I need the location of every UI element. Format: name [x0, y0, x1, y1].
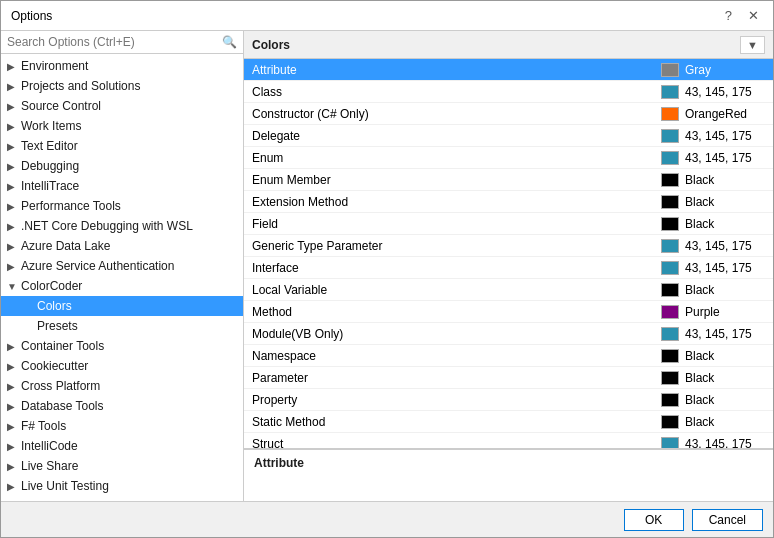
color-row-class[interactable]: Class43, 145, 175 [244, 81, 773, 103]
color-swatch-attribute [661, 63, 679, 77]
tree-item-performance-tools[interactable]: ▶Performance Tools [1, 196, 243, 216]
tree-label-live-unit-testing: Live Unit Testing [21, 479, 109, 493]
tree-item-cross-platform[interactable]: ▶Cross Platform [1, 376, 243, 396]
color-row-name-attribute: Attribute [252, 63, 661, 77]
tree-item-live-share[interactable]: ▶Live Share [1, 456, 243, 476]
color-row-generic-type-param[interactable]: Generic Type Parameter43, 145, 175 [244, 235, 773, 257]
tree-arrow-intellitrace: ▶ [7, 181, 21, 192]
tree-item-azure-data-lake[interactable]: ▶Azure Data Lake [1, 236, 243, 256]
tree-label-cross-platform: Cross Platform [21, 379, 100, 393]
color-row-name-property: Property [252, 393, 661, 407]
color-value-property: Black [685, 393, 765, 407]
color-row-parameter[interactable]: ParameterBlack [244, 367, 773, 389]
tree-label-projects-solutions: Projects and Solutions [21, 79, 140, 93]
footer: OK Cancel [1, 501, 773, 537]
color-swatch-enum [661, 151, 679, 165]
cancel-button[interactable]: Cancel [692, 509, 763, 531]
color-row-name-static-method: Static Method [252, 415, 661, 429]
tree-item-text-editor[interactable]: ▶Text Editor [1, 136, 243, 156]
tree-label-source-control: Source Control [21, 99, 101, 113]
tree-arrow-debugging: ▶ [7, 161, 21, 172]
color-value-generic-type-param: 43, 145, 175 [685, 239, 765, 253]
color-row-name-constructor: Constructor (C# Only) [252, 107, 661, 121]
tree-item-intellicode[interactable]: ▶IntelliCode [1, 436, 243, 456]
tree-label-work-items: Work Items [21, 119, 81, 133]
tree-label-intellitrace: IntelliTrace [21, 179, 79, 193]
tree-label-text-editor: Text Editor [21, 139, 78, 153]
color-row-extension-method[interactable]: Extension MethodBlack [244, 191, 773, 213]
help-button[interactable]: ? [721, 8, 736, 23]
ok-button[interactable]: OK [624, 509, 684, 531]
tree-item-net-core-debugging[interactable]: ▶.NET Core Debugging with WSL [1, 216, 243, 236]
tree-label-environment: Environment [21, 59, 88, 73]
color-row-field[interactable]: FieldBlack [244, 213, 773, 235]
search-input[interactable] [7, 35, 218, 49]
tree-item-intellitrace[interactable]: ▶IntelliTrace [1, 176, 243, 196]
tree-label-database-tools: Database Tools [21, 399, 104, 413]
color-row-namespace[interactable]: NamespaceBlack [244, 345, 773, 367]
tree-label-intellicode: IntelliCode [21, 439, 78, 453]
tree-arrow-colorcoder: ▼ [7, 281, 21, 292]
close-button[interactable]: ✕ [744, 8, 763, 23]
right-panel: Colors ▼ AttributeGrayClass43, 145, 175C… [244, 31, 773, 501]
title-bar: Options ? ✕ [1, 1, 773, 31]
color-swatch-constructor [661, 107, 679, 121]
color-swatch-property [661, 393, 679, 407]
tree-item-work-items[interactable]: ▶Work Items [1, 116, 243, 136]
tree-item-colorcoder[interactable]: ▼ColorCoder [1, 276, 243, 296]
tree-arrow-live-unit-testing: ▶ [7, 481, 21, 492]
colors-table: AttributeGrayClass43, 145, 175Constructo… [244, 59, 773, 449]
color-swatch-interface [661, 261, 679, 275]
tree-item-azure-service-auth[interactable]: ▶Azure Service Authentication [1, 256, 243, 276]
color-row-module[interactable]: Module(VB Only)43, 145, 175 [244, 323, 773, 345]
tree-item-container-tools[interactable]: ▶Container Tools [1, 336, 243, 356]
dropdown-button[interactable]: ▼ [740, 36, 765, 54]
color-swatch-enum-member [661, 173, 679, 187]
tree-label-performance-tools: Performance Tools [21, 199, 121, 213]
color-row-enum-member[interactable]: Enum MemberBlack [244, 169, 773, 191]
tree-label-net-core-debugging: .NET Core Debugging with WSL [21, 219, 193, 233]
tree-item-debugging[interactable]: ▶Debugging [1, 156, 243, 176]
color-row-constructor[interactable]: Constructor (C# Only)OrangeRed [244, 103, 773, 125]
tree-item-environment[interactable]: ▶Environment [1, 56, 243, 76]
tree-item-source-control[interactable]: ▶Source Control [1, 96, 243, 116]
color-row-interface[interactable]: Interface43, 145, 175 [244, 257, 773, 279]
tree-arrow-live-share: ▶ [7, 461, 21, 472]
color-value-enum-member: Black [685, 173, 765, 187]
tree-arrow-work-items: ▶ [7, 121, 21, 132]
tree-label-azure-data-lake: Azure Data Lake [21, 239, 110, 253]
tree-arrow-text-editor: ▶ [7, 141, 21, 152]
color-row-struct[interactable]: Struct43, 145, 175 [244, 433, 773, 449]
color-row-static-method[interactable]: Static MethodBlack [244, 411, 773, 433]
color-row-property[interactable]: PropertyBlack [244, 389, 773, 411]
color-row-name-delegate: Delegate [252, 129, 661, 143]
color-row-attribute[interactable]: AttributeGray [244, 59, 773, 81]
colors-panel-title: Colors [252, 38, 290, 52]
color-value-attribute: Gray [685, 63, 765, 77]
color-swatch-parameter [661, 371, 679, 385]
color-swatch-struct [661, 437, 679, 450]
color-row-name-field: Field [252, 217, 661, 231]
color-swatch-namespace [661, 349, 679, 363]
options-tree: ▶Environment▶Projects and Solutions▶Sour… [1, 54, 243, 501]
tree-label-colorcoder: ColorCoder [21, 279, 82, 293]
color-row-delegate[interactable]: Delegate43, 145, 175 [244, 125, 773, 147]
description-text: Attribute [254, 456, 304, 470]
color-row-name-parameter: Parameter [252, 371, 661, 385]
color-value-module: 43, 145, 175 [685, 327, 765, 341]
tree-child-presets[interactable]: Presets [1, 316, 243, 336]
tree-item-cookiecutter[interactable]: ▶Cookiecutter [1, 356, 243, 376]
tree-label-azure-service-auth: Azure Service Authentication [21, 259, 174, 273]
tree-child-colors[interactable]: Colors [1, 296, 243, 316]
color-row-name-generic-type-param: Generic Type Parameter [252, 239, 661, 253]
tree-item-projects-solutions[interactable]: ▶Projects and Solutions [1, 76, 243, 96]
tree-item-fsharp-tools[interactable]: ▶F# Tools [1, 416, 243, 436]
color-row-method[interactable]: MethodPurple [244, 301, 773, 323]
tree-item-database-tools[interactable]: ▶Database Tools [1, 396, 243, 416]
color-row-name-interface: Interface [252, 261, 661, 275]
color-swatch-method [661, 305, 679, 319]
color-row-local-variable[interactable]: Local VariableBlack [244, 279, 773, 301]
color-row-enum[interactable]: Enum43, 145, 175 [244, 147, 773, 169]
color-row-name-struct: Struct [252, 437, 661, 450]
tree-item-live-unit-testing[interactable]: ▶Live Unit Testing [1, 476, 243, 496]
